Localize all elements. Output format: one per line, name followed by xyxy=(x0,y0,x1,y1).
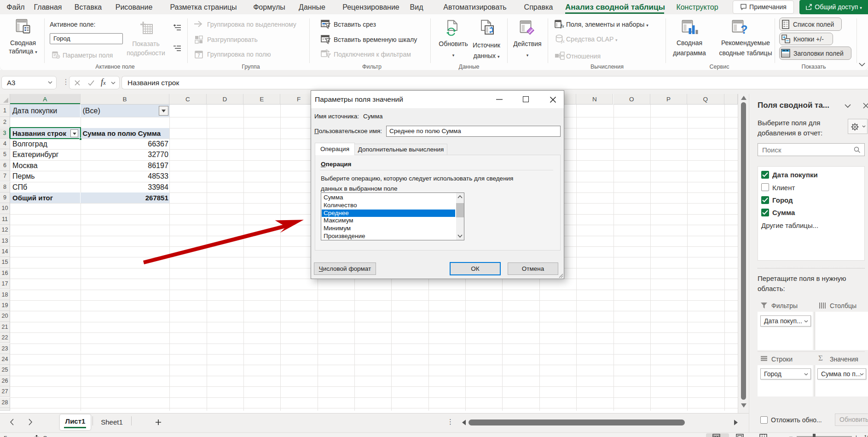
svg-text:7: 7 xyxy=(197,53,200,58)
svg-text:fx: fx xyxy=(561,38,565,44)
svg-text:?: ? xyxy=(741,23,747,36)
svg-text:fx: fx xyxy=(561,23,564,29)
